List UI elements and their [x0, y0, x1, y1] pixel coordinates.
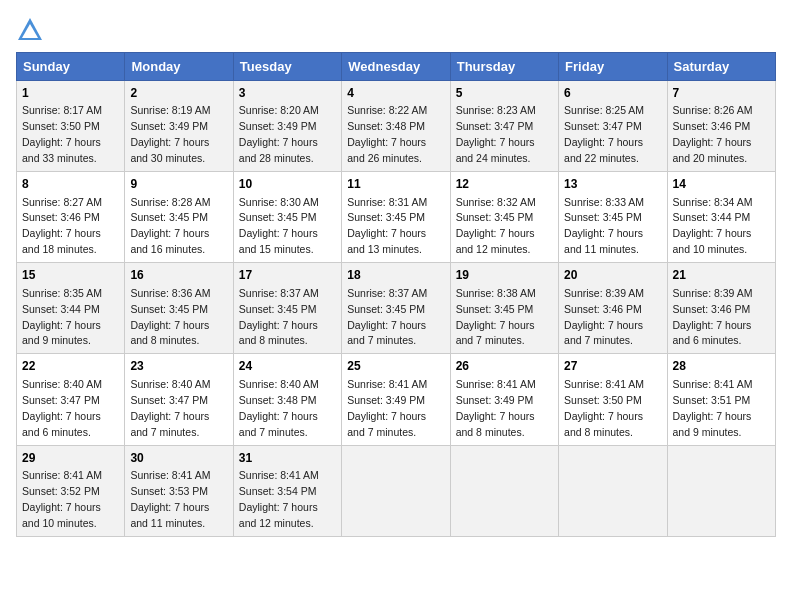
- cell-content: Sunrise: 8:17 AMSunset: 3:50 PMDaylight:…: [22, 104, 102, 164]
- cell-content: Sunrise: 8:40 AMSunset: 3:48 PMDaylight:…: [239, 378, 319, 438]
- col-header-sunday: Sunday: [17, 53, 125, 81]
- day-number: 7: [673, 85, 770, 102]
- cell-content: Sunrise: 8:41 AMSunset: 3:49 PMDaylight:…: [347, 378, 427, 438]
- col-header-saturday: Saturday: [667, 53, 775, 81]
- cell-content: Sunrise: 8:40 AMSunset: 3:47 PMDaylight:…: [130, 378, 210, 438]
- day-number: 24: [239, 358, 336, 375]
- col-header-thursday: Thursday: [450, 53, 558, 81]
- day-number: 30: [130, 450, 227, 467]
- day-number: 19: [456, 267, 553, 284]
- cell-content: Sunrise: 8:33 AMSunset: 3:45 PMDaylight:…: [564, 196, 644, 256]
- calendar-cell: 19Sunrise: 8:38 AMSunset: 3:45 PMDayligh…: [450, 263, 558, 354]
- calendar-cell: 14Sunrise: 8:34 AMSunset: 3:44 PMDayligh…: [667, 172, 775, 263]
- day-number: 10: [239, 176, 336, 193]
- col-header-monday: Monday: [125, 53, 233, 81]
- cell-content: Sunrise: 8:26 AMSunset: 3:46 PMDaylight:…: [673, 104, 753, 164]
- cell-content: Sunrise: 8:31 AMSunset: 3:45 PMDaylight:…: [347, 196, 427, 256]
- day-number: 13: [564, 176, 661, 193]
- calendar-cell: 20Sunrise: 8:39 AMSunset: 3:46 PMDayligh…: [559, 263, 667, 354]
- calendar-cell: [667, 445, 775, 536]
- calendar-cell: 29Sunrise: 8:41 AMSunset: 3:52 PMDayligh…: [17, 445, 125, 536]
- calendar-cell: 1Sunrise: 8:17 AMSunset: 3:50 PMDaylight…: [17, 81, 125, 172]
- day-number: 4: [347, 85, 444, 102]
- col-header-wednesday: Wednesday: [342, 53, 450, 81]
- day-number: 23: [130, 358, 227, 375]
- cell-content: Sunrise: 8:38 AMSunset: 3:45 PMDaylight:…: [456, 287, 536, 347]
- day-number: 22: [22, 358, 119, 375]
- day-number: 29: [22, 450, 119, 467]
- calendar-cell: 27Sunrise: 8:41 AMSunset: 3:50 PMDayligh…: [559, 354, 667, 445]
- calendar-cell: 12Sunrise: 8:32 AMSunset: 3:45 PMDayligh…: [450, 172, 558, 263]
- day-number: 21: [673, 267, 770, 284]
- col-header-tuesday: Tuesday: [233, 53, 341, 81]
- cell-content: Sunrise: 8:28 AMSunset: 3:45 PMDaylight:…: [130, 196, 210, 256]
- calendar-cell: 22Sunrise: 8:40 AMSunset: 3:47 PMDayligh…: [17, 354, 125, 445]
- day-number: 18: [347, 267, 444, 284]
- cell-content: Sunrise: 8:37 AMSunset: 3:45 PMDaylight:…: [347, 287, 427, 347]
- day-number: 1: [22, 85, 119, 102]
- calendar-cell: 25Sunrise: 8:41 AMSunset: 3:49 PMDayligh…: [342, 354, 450, 445]
- calendar-cell: 4Sunrise: 8:22 AMSunset: 3:48 PMDaylight…: [342, 81, 450, 172]
- cell-content: Sunrise: 8:30 AMSunset: 3:45 PMDaylight:…: [239, 196, 319, 256]
- calendar-table: SundayMondayTuesdayWednesdayThursdayFrid…: [16, 52, 776, 537]
- day-number: 20: [564, 267, 661, 284]
- cell-content: Sunrise: 8:41 AMSunset: 3:54 PMDaylight:…: [239, 469, 319, 529]
- cell-content: Sunrise: 8:37 AMSunset: 3:45 PMDaylight:…: [239, 287, 319, 347]
- cell-content: Sunrise: 8:41 AMSunset: 3:49 PMDaylight:…: [456, 378, 536, 438]
- calendar-cell: 6Sunrise: 8:25 AMSunset: 3:47 PMDaylight…: [559, 81, 667, 172]
- calendar-cell: 2Sunrise: 8:19 AMSunset: 3:49 PMDaylight…: [125, 81, 233, 172]
- day-number: 2: [130, 85, 227, 102]
- header: [16, 16, 776, 44]
- cell-content: Sunrise: 8:41 AMSunset: 3:50 PMDaylight:…: [564, 378, 644, 438]
- day-number: 25: [347, 358, 444, 375]
- calendar-cell: 11Sunrise: 8:31 AMSunset: 3:45 PMDayligh…: [342, 172, 450, 263]
- calendar-cell: 13Sunrise: 8:33 AMSunset: 3:45 PMDayligh…: [559, 172, 667, 263]
- calendar-cell: 7Sunrise: 8:26 AMSunset: 3:46 PMDaylight…: [667, 81, 775, 172]
- cell-content: Sunrise: 8:20 AMSunset: 3:49 PMDaylight:…: [239, 104, 319, 164]
- cell-content: Sunrise: 8:32 AMSunset: 3:45 PMDaylight:…: [456, 196, 536, 256]
- day-number: 26: [456, 358, 553, 375]
- cell-content: Sunrise: 8:25 AMSunset: 3:47 PMDaylight:…: [564, 104, 644, 164]
- cell-content: Sunrise: 8:35 AMSunset: 3:44 PMDaylight:…: [22, 287, 102, 347]
- cell-content: Sunrise: 8:27 AMSunset: 3:46 PMDaylight:…: [22, 196, 102, 256]
- day-number: 6: [564, 85, 661, 102]
- calendar-cell: 21Sunrise: 8:39 AMSunset: 3:46 PMDayligh…: [667, 263, 775, 354]
- day-number: 27: [564, 358, 661, 375]
- calendar-cell: 23Sunrise: 8:40 AMSunset: 3:47 PMDayligh…: [125, 354, 233, 445]
- cell-content: Sunrise: 8:41 AMSunset: 3:51 PMDaylight:…: [673, 378, 753, 438]
- calendar-cell: 9Sunrise: 8:28 AMSunset: 3:45 PMDaylight…: [125, 172, 233, 263]
- cell-content: Sunrise: 8:39 AMSunset: 3:46 PMDaylight:…: [564, 287, 644, 347]
- cell-content: Sunrise: 8:41 AMSunset: 3:53 PMDaylight:…: [130, 469, 210, 529]
- day-number: 9: [130, 176, 227, 193]
- cell-content: Sunrise: 8:36 AMSunset: 3:45 PMDaylight:…: [130, 287, 210, 347]
- calendar-cell: 10Sunrise: 8:30 AMSunset: 3:45 PMDayligh…: [233, 172, 341, 263]
- calendar-cell: 26Sunrise: 8:41 AMSunset: 3:49 PMDayligh…: [450, 354, 558, 445]
- day-number: 8: [22, 176, 119, 193]
- cell-content: Sunrise: 8:40 AMSunset: 3:47 PMDaylight:…: [22, 378, 102, 438]
- day-number: 28: [673, 358, 770, 375]
- calendar-cell: [559, 445, 667, 536]
- logo-icon: [16, 16, 44, 44]
- calendar-cell: 30Sunrise: 8:41 AMSunset: 3:53 PMDayligh…: [125, 445, 233, 536]
- day-number: 17: [239, 267, 336, 284]
- day-number: 16: [130, 267, 227, 284]
- calendar-cell: 5Sunrise: 8:23 AMSunset: 3:47 PMDaylight…: [450, 81, 558, 172]
- calendar-cell: 28Sunrise: 8:41 AMSunset: 3:51 PMDayligh…: [667, 354, 775, 445]
- cell-content: Sunrise: 8:41 AMSunset: 3:52 PMDaylight:…: [22, 469, 102, 529]
- day-number: 15: [22, 267, 119, 284]
- col-header-friday: Friday: [559, 53, 667, 81]
- calendar-cell: 8Sunrise: 8:27 AMSunset: 3:46 PMDaylight…: [17, 172, 125, 263]
- calendar-cell: 24Sunrise: 8:40 AMSunset: 3:48 PMDayligh…: [233, 354, 341, 445]
- calendar-cell: 15Sunrise: 8:35 AMSunset: 3:44 PMDayligh…: [17, 263, 125, 354]
- day-number: 31: [239, 450, 336, 467]
- cell-content: Sunrise: 8:39 AMSunset: 3:46 PMDaylight:…: [673, 287, 753, 347]
- day-number: 14: [673, 176, 770, 193]
- cell-content: Sunrise: 8:23 AMSunset: 3:47 PMDaylight:…: [456, 104, 536, 164]
- calendar-cell: 31Sunrise: 8:41 AMSunset: 3:54 PMDayligh…: [233, 445, 341, 536]
- cell-content: Sunrise: 8:19 AMSunset: 3:49 PMDaylight:…: [130, 104, 210, 164]
- day-number: 3: [239, 85, 336, 102]
- calendar-cell: 17Sunrise: 8:37 AMSunset: 3:45 PMDayligh…: [233, 263, 341, 354]
- logo: [16, 16, 48, 44]
- day-number: 5: [456, 85, 553, 102]
- day-number: 12: [456, 176, 553, 193]
